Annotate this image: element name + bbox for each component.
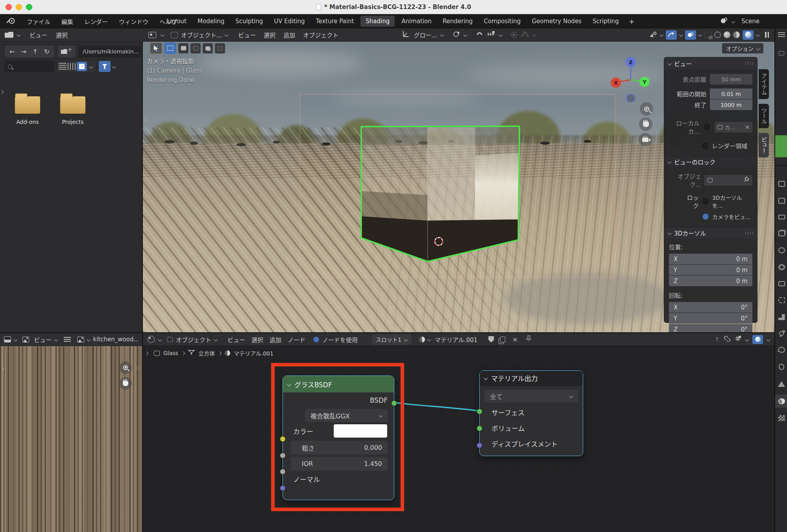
image-zoom-button[interactable] — [119, 361, 132, 374]
cursor-loc-y-field[interactable]: Y0 m — [669, 265, 752, 275]
outliner-filter-icon[interactable] — [778, 32, 785, 37]
orientation-chevron[interactable] — [440, 33, 444, 37]
filter-button[interactable] — [99, 61, 111, 72]
workspace-tab-geometry-nodes[interactable]: Geometry Nodes — [527, 16, 586, 27]
menu-edit[interactable]: 編集 — [61, 17, 73, 26]
breadcrumb-material[interactable]: マテリアル.001 — [234, 349, 273, 357]
select-subtract-tool[interactable] — [190, 43, 201, 53]
orientation-label[interactable]: グロー... — [414, 31, 437, 39]
tab-collection-icon[interactable] — [778, 281, 785, 286]
outliner-collection-icon[interactable] — [779, 51, 784, 55]
overlays-chevron[interactable] — [698, 33, 702, 37]
visibility-icon[interactable] — [649, 31, 658, 39]
render-pass-chevron[interactable] — [767, 337, 770, 341]
browse-image-chevron[interactable] — [87, 337, 91, 341]
tab-object-data-icon[interactable] — [778, 381, 785, 387]
clip-start-field[interactable]: 0.01 m — [710, 88, 752, 99]
pivot-chevron[interactable] — [463, 33, 467, 37]
cursor-rot-x-field[interactable]: X0° — [669, 302, 752, 313]
focal-length-field[interactable]: 50 mm — [710, 74, 752, 85]
hamburger-menu-icon[interactable] — [64, 337, 71, 342]
fake-user-shield-icon[interactable] — [488, 336, 494, 342]
snap-magnet-icon[interactable] — [476, 31, 483, 39]
outliner-selected-row[interactable] — [775, 135, 787, 157]
lock-object-field[interactable] — [704, 175, 752, 186]
refresh-button[interactable]: ↻ — [42, 48, 52, 55]
mode-selector[interactable]: オブジェクト... — [171, 31, 228, 39]
workspace-tab-animation[interactable]: Animation — [397, 16, 436, 27]
tab-physics-icon[interactable] — [777, 346, 785, 354]
tab-object-icon[interactable] — [778, 297, 785, 303]
cursor-rot-z-field[interactable]: Z0° — [669, 324, 752, 332]
output-node-header[interactable]: マテリアル出力 — [480, 371, 583, 386]
tab-render-icon[interactable] — [778, 198, 785, 204]
node-canvas[interactable]: Glass 立方体 マテリアル.001 グラスBSDF — [143, 346, 774, 532]
parent-node-icon[interactable]: ↑ — [715, 336, 720, 343]
snap-chevron[interactable] — [499, 33, 502, 37]
workspace-tab-sculpting[interactable]: Sculpting — [231, 16, 267, 27]
select-intersect-tool[interactable] — [215, 43, 225, 53]
wood-texture-image[interactable] — [0, 346, 142, 532]
viewport-menu-object[interactable]: オブジェクト — [303, 31, 338, 39]
display-settings-chevron[interactable] — [89, 64, 93, 68]
clip-end-field[interactable]: 1000 m — [710, 99, 752, 110]
render-pass-button[interactable] — [752, 335, 763, 344]
tab-material-active[interactable] — [775, 394, 787, 408]
local-camera-checkbox[interactable] — [704, 124, 710, 130]
snap-target-icon[interactable] — [486, 31, 496, 39]
menu-file[interactable]: ファイル — [27, 17, 50, 26]
shader-menu-view[interactable]: ビュー — [227, 335, 245, 344]
shading-solid-icon[interactable] — [724, 31, 730, 38]
image-editor-type-icon[interactable] — [4, 336, 11, 342]
editor-type-chevron[interactable] — [13, 337, 17, 341]
panel-grip[interactable] — [745, 232, 753, 235]
material-output-node[interactable]: マテリアル出力 全て サーフェス ボリューム ディスプレイスメント — [479, 370, 583, 456]
up-directory-button[interactable]: ↑ — [30, 48, 40, 55]
browse-image-icon[interactable] — [77, 337, 84, 342]
display-horizontal-list-icon[interactable] — [68, 63, 76, 70]
viewport-editor-icon[interactable] — [148, 32, 156, 38]
tab-output-icon[interactable] — [778, 215, 785, 219]
tab-constraints-icon[interactable] — [779, 364, 784, 370]
gizmos-button[interactable] — [666, 30, 677, 40]
select-extend-tool[interactable] — [178, 43, 188, 53]
sidebar-tab-item[interactable]: アイテム — [759, 69, 769, 99]
tab-world-icon[interactable] — [778, 264, 785, 270]
unlink-icon[interactable]: × — [512, 336, 517, 343]
tab-particles-icon[interactable] — [779, 331, 784, 336]
camera-to-view-checkbox[interactable] — [702, 214, 709, 220]
viewport-menu-view[interactable]: ビュー — [238, 31, 256, 39]
forward-button[interactable]: → — [18, 48, 28, 55]
workspace-tab-uv-editing[interactable]: UV Editing — [270, 16, 309, 27]
pause-render-icon[interactable] — [765, 32, 769, 38]
add-workspace-button[interactable]: + — [626, 15, 638, 28]
panel-grip[interactable] — [745, 62, 753, 65]
snapping-node-icon[interactable] — [735, 335, 742, 343]
file-browser-expand-arrow[interactable] — [0, 90, 4, 94]
shading-rendered-button[interactable] — [743, 30, 754, 40]
falloff-chevron[interactable] — [532, 33, 536, 37]
cursor-section-header[interactable]: 3Dカーソル — [664, 227, 757, 239]
scene-icon[interactable] — [720, 17, 728, 26]
select-tweak-tool[interactable] — [150, 42, 162, 54]
new-folder-button[interactable]: + — [57, 46, 76, 57]
cursor-loc-x-field[interactable]: X0 m — [669, 254, 752, 264]
clear-icon[interactable]: × — [745, 124, 750, 130]
view-lock-section-header[interactable]: ビューのロック — [664, 156, 757, 167]
proportional-edit-icon[interactable] — [511, 32, 517, 38]
visibility-chevron[interactable] — [660, 33, 664, 37]
view-menu-chevron[interactable] — [54, 337, 58, 341]
breadcrumb-expand-arrow[interactable] — [145, 351, 149, 355]
sidebar-tab-tool[interactable]: ツール — [759, 104, 769, 128]
overlays-button[interactable] — [685, 30, 696, 40]
file-browser-menu-select[interactable]: 選択 — [56, 31, 68, 39]
pin-icon[interactable] — [526, 335, 532, 343]
tab-scene-icon[interactable] — [778, 247, 785, 253]
shader-type-selector[interactable]: オブジェクト — [167, 335, 217, 344]
editor-type-chevron[interactable] — [158, 337, 162, 341]
workspace-tab-scripting[interactable]: Scripting — [588, 16, 623, 27]
back-button[interactable]: ← — [7, 48, 17, 55]
volume-input-socket[interactable] — [477, 425, 482, 431]
shading-chevron[interactable] — [756, 33, 760, 37]
render-region-checkbox[interactable] — [702, 143, 708, 149]
